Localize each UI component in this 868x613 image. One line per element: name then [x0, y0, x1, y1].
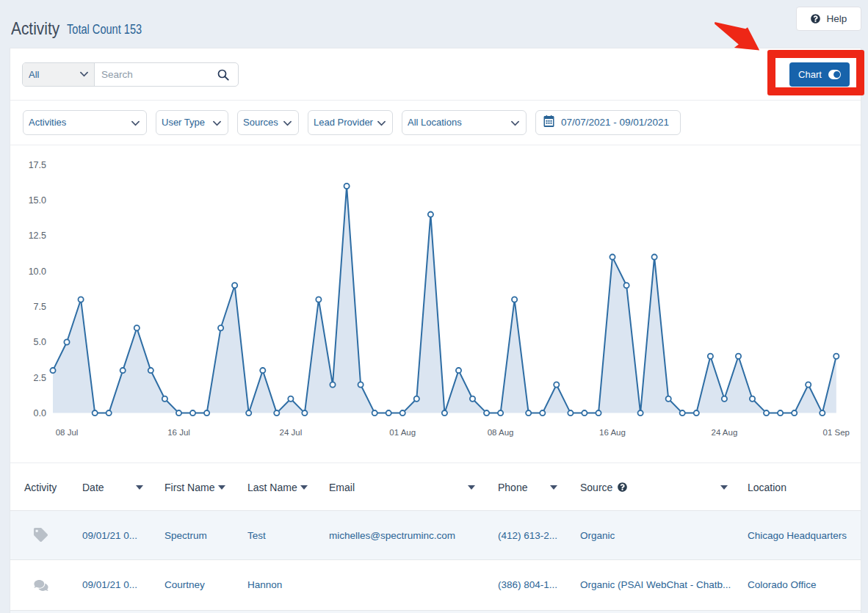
svg-text:15.0: 15.0 [29, 195, 46, 206]
svg-text:08 Jul: 08 Jul [56, 428, 79, 437]
svg-text:24 Jul: 24 Jul [280, 428, 303, 437]
svg-text:17.5: 17.5 [29, 160, 46, 170]
svg-text:7.5: 7.5 [34, 302, 46, 312]
svg-text:08 Aug: 08 Aug [488, 428, 514, 437]
svg-text:0.0: 0.0 [34, 408, 46, 418]
svg-text:16 Jul: 16 Jul [167, 428, 190, 437]
svg-text:2.5: 2.5 [34, 373, 46, 383]
svg-text:12.5: 12.5 [29, 231, 46, 241]
svg-text:01 Sep: 01 Sep [823, 428, 850, 437]
svg-text:01 Aug: 01 Aug [389, 428, 416, 437]
svg-text:5.0: 5.0 [34, 337, 46, 347]
svg-text:16 Aug: 16 Aug [599, 428, 626, 437]
svg-text:24 Aug: 24 Aug [711, 428, 737, 437]
svg-text:10.0: 10.0 [29, 266, 46, 277]
